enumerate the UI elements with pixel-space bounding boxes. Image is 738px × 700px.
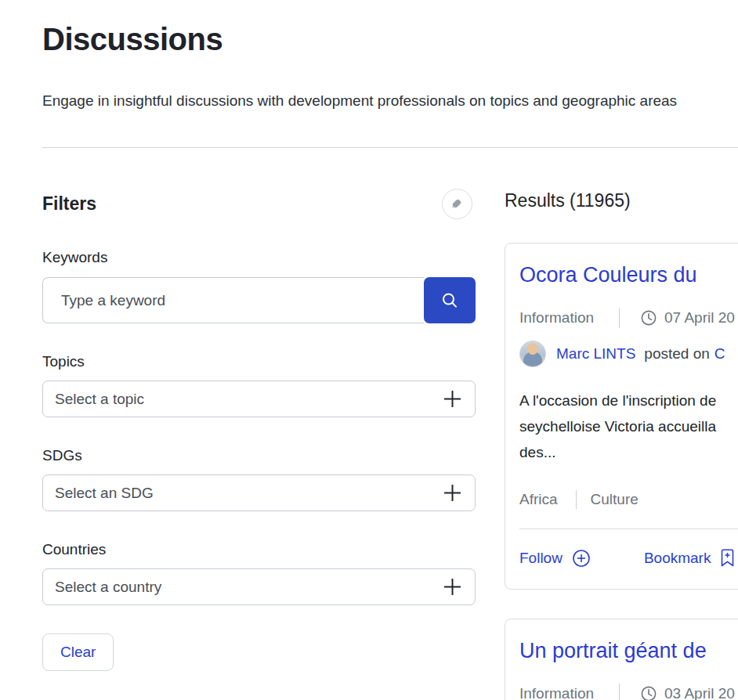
- follow-button[interactable]: Follow: [519, 549, 591, 568]
- sdg-select-placeholder: Select an SDG: [55, 485, 154, 502]
- filters-heading: Filters: [42, 193, 96, 215]
- country-select-placeholder: Select a country: [55, 579, 161, 596]
- topics-label: Topics: [42, 353, 476, 370]
- clear-filters-button[interactable]: Clear: [42, 633, 114, 671]
- pencil-icon: [450, 197, 465, 211]
- author-row: Marc LINTS posted on C: [519, 341, 738, 367]
- author-avatar[interactable]: [519, 341, 546, 367]
- plus-icon: [442, 576, 463, 597]
- edit-filters-button[interactable]: [442, 189, 472, 219]
- results-panel: Results (11965) Ocora Couleurs du Inform…: [505, 148, 738, 700]
- card-divider: [519, 529, 738, 529]
- discussion-title-link[interactable]: Ocora Couleurs du: [519, 263, 697, 287]
- clock-icon: [640, 309, 657, 327]
- meta-separator: [619, 684, 620, 700]
- circle-plus-icon: [572, 549, 591, 568]
- post-date: 07 April 20: [664, 309, 735, 327]
- discussion-title-link[interactable]: Un portrait géant de: [519, 639, 707, 662]
- tags-row: Africa Culture: [519, 490, 738, 509]
- post-date: 03 April 20: [664, 685, 735, 700]
- filters-panel: Filters Keywords: [42, 148, 476, 671]
- category-label: Information: [519, 685, 594, 700]
- discussion-card: Un portrait géant de Information 03 Apri…: [505, 619, 738, 700]
- sdg-select[interactable]: Select an SDG: [42, 474, 476, 511]
- search-icon: [440, 290, 460, 311]
- bookmark-button[interactable]: Bookmark: [644, 549, 736, 568]
- discussions-page: Discussions Engage in insightful discuss…: [0, 0, 738, 700]
- author-link[interactable]: Marc LINTS: [556, 345, 635, 363]
- page-title: Discussions: [42, 0, 738, 57]
- card-actions: Follow Bookmark: [519, 549, 738, 568]
- tag-region[interactable]: Africa: [519, 491, 558, 508]
- discussion-excerpt: A l'occasion de l'inscription de seychel…: [519, 388, 738, 465]
- country-select[interactable]: Select a country: [42, 568, 476, 605]
- keyword-search-button[interactable]: [424, 277, 476, 323]
- posted-on-text: posted on: [644, 345, 709, 363]
- bookmark-plus-icon: [720, 549, 735, 568]
- tag-separator: [576, 490, 577, 509]
- category-label: Information: [519, 309, 594, 327]
- topic-select-placeholder: Select a topic: [55, 391, 144, 408]
- plus-icon: [442, 482, 463, 503]
- page-subtitle: Engage in insightful discussions with de…: [42, 92, 738, 110]
- sdgs-label: SDGs: [42, 447, 476, 464]
- keywords-label: Keywords: [42, 249, 476, 266]
- discussion-meta: Information 07 April 20: [519, 308, 738, 328]
- discussion-card: Ocora Couleurs du Information 07 April 2…: [505, 243, 738, 590]
- tag-topic[interactable]: Culture: [591, 491, 639, 508]
- discussion-meta: Information 03 April 20: [519, 684, 738, 700]
- topic-select[interactable]: Select a topic: [42, 381, 476, 417]
- clock-icon: [640, 685, 657, 700]
- keyword-search-input[interactable]: [42, 277, 424, 323]
- meta-separator: [619, 308, 620, 328]
- countries-label: Countries: [42, 541, 476, 558]
- plus-icon: [442, 388, 463, 410]
- results-count-heading: Results (11965): [505, 190, 738, 211]
- group-link[interactable]: C: [714, 345, 725, 363]
